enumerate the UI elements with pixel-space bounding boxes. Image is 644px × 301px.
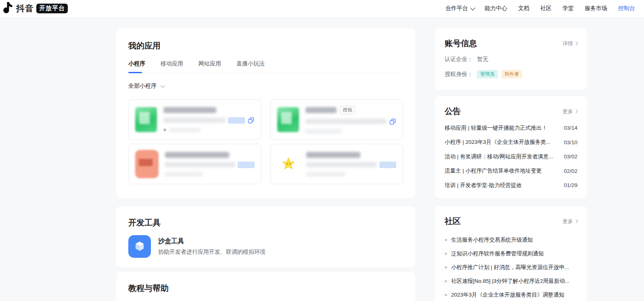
app-redacted-info <box>163 107 255 133</box>
more-link-label: 更多 <box>562 218 573 225</box>
app-redacted-info <box>165 152 255 177</box>
detail-link-label: 详情 <box>562 40 573 47</box>
community-more-link[interactable]: 更多 <box>562 218 577 225</box>
identity-label: 授权身份： <box>445 71 473 78</box>
announcement-title: 培训 | 开发者学堂-助力经营提效 <box>445 182 559 189</box>
announcement-item[interactable]: 流量主 | 小程序广告结算单收件地址变更 02/02 <box>445 164 577 179</box>
copy-icon[interactable] <box>247 117 255 124</box>
app-name-redacted <box>163 107 216 113</box>
tab-live-minigame[interactable]: 直播小玩法 <box>236 60 265 73</box>
nav-item-partner-platform[interactable]: 合作平台 <box>445 5 474 12</box>
tutorials-card: 教程与帮助 <box>116 272 415 301</box>
sandbox-cube-icon <box>128 235 151 258</box>
announcements-card: 公告 更多 移动应用 | 轻量级一键开播能力正式推出！ 03/14 小程序 | … <box>435 96 587 198</box>
app-redacted-info: 授权 <box>305 106 397 134</box>
announcements-title: 公告 <box>445 106 461 117</box>
app-type-tabs: 小程序 移动应用 网站应用 直播小玩法 <box>128 60 403 73</box>
app-filter-dropdown[interactable]: 全部小程序 <box>128 82 403 90</box>
authorized-tag: 授权 <box>340 106 355 114</box>
community-item[interactable]: 社区速报[No.85] |3分钟了解小程序近2周最新动... <box>445 274 577 288</box>
brand-name: 抖音 <box>16 3 34 14</box>
chevron-down-icon <box>161 83 165 88</box>
announcements-more-link[interactable]: 更多 <box>562 108 577 115</box>
announcement-date: 02/02 <box>564 168 577 174</box>
app-id-redacted <box>305 119 387 124</box>
certified-company-row: 认证企业： 暂无 <box>445 56 577 63</box>
identity-row: 授权身份： 管理员 协作者 <box>445 70 577 78</box>
community-list: 生活服务小程序交易系统升级通知 泛知识小程序软件服务费管理规则通知 小程序推广计… <box>445 233 577 301</box>
bullet-icon <box>445 239 447 241</box>
app-list: 授权 <box>128 99 403 184</box>
app-status-redacted <box>165 172 203 177</box>
brand-logo[interactable]: 抖音 开放平台 <box>3 0 68 17</box>
app-redacted-info <box>306 152 397 177</box>
app-id-row <box>163 117 255 124</box>
tabs-divider <box>128 73 403 74</box>
brand-badge: 开放平台 <box>36 4 68 13</box>
top-navbar: 抖音 开放平台 合作平台 能力中心 文档 社区 学堂 服务市场 控制台 <box>0 0 644 17</box>
chevron-right-icon <box>574 219 578 223</box>
community-title: 社区 <box>445 216 461 227</box>
chevron-down-icon <box>470 5 475 11</box>
app-name-redacted <box>305 107 337 113</box>
community-item[interactable]: 生活服务小程序交易系统升级通知 <box>445 233 577 247</box>
bullet-icon <box>445 266 447 269</box>
account-info-card: 账号信息 详情 认证企业： 暂无 授权身份： 管理员 协作者 <box>435 28 587 90</box>
nav-item-community[interactable]: 社区 <box>540 5 552 12</box>
nav-item-docs[interactable]: 文档 <box>518 5 529 12</box>
account-info-title: 账号信息 <box>445 38 477 49</box>
announcement-date: 03/02 <box>564 154 577 160</box>
announcement-item[interactable]: 小程序 | 2023年3月《企业主体开放服务类... 03/10 <box>445 135 577 150</box>
status-dot <box>163 128 166 131</box>
app-id-row <box>306 162 397 168</box>
tab-mini-program[interactable]: 小程序 <box>128 60 145 73</box>
announcement-title: 流量主 | 小程序广告结算单收件地址变更 <box>445 167 559 175</box>
dev-tools-title: 开发工具 <box>128 217 403 228</box>
sandbox-tool-name: 沙盒工具 <box>158 237 266 246</box>
star-icon <box>281 157 296 171</box>
app-name-redacted <box>165 152 229 158</box>
community-item-title: 泛知识小程序软件服务费管理规则通知 <box>451 250 544 257</box>
sandbox-tool-item[interactable]: 沙盒工具 协助开发者进行应用开发、联调的模拟环境 <box>128 235 403 258</box>
community-item-title: 社区速报[No.85] |3分钟了解小程序近2周最新动... <box>451 278 569 285</box>
community-item[interactable]: 泛知识小程序软件服务费管理规则通知 <box>445 247 577 261</box>
app-card-3[interactable] <box>128 144 261 184</box>
community-card: 社区 更多 生活服务小程序交易系统升级通知 泛知识小程序软件服务费管理规则通知 … <box>435 206 587 301</box>
app-card-2[interactable]: 授权 <box>270 99 404 140</box>
app-card-4[interactable] <box>270 144 404 184</box>
nav-item-capability-center[interactable]: 能力中心 <box>485 5 507 12</box>
announcement-title: 小程序 | 2023年3月《企业主体开放服务类... <box>445 139 559 146</box>
app-status-redacted <box>306 172 346 177</box>
certified-company-label: 认证企业： <box>445 56 473 63</box>
nav-item-service-market[interactable]: 服务市场 <box>585 5 607 12</box>
announcement-date: 03/14 <box>564 125 577 131</box>
nav-item-console[interactable]: 控制台 <box>618 5 635 12</box>
my-apps-card: 我的应用 小程序 移动应用 网站应用 直播小玩法 全部小程序 <box>116 28 415 198</box>
account-detail-link[interactable]: 详情 <box>562 40 577 47</box>
highlight-block <box>379 162 396 168</box>
cube-icon <box>133 240 146 253</box>
announcement-title: 活动 | 有奖调研：移动/网站应用开发者满意... <box>445 153 559 160</box>
app-card-1[interactable] <box>128 99 261 140</box>
tab-mobile-app[interactable]: 移动应用 <box>161 60 183 73</box>
tab-website-app[interactable]: 网站应用 <box>199 60 221 73</box>
my-apps-title: 我的应用 <box>128 40 403 51</box>
chevron-right-icon <box>574 42 578 46</box>
community-item[interactable]: 2023年3月《企业主体开放服务类目》调整通知 <box>445 288 577 301</box>
app-id-redacted <box>165 162 235 167</box>
announcement-item[interactable]: 培训 | 开发者学堂-助力经营提效 01/29 <box>445 178 577 193</box>
highlight-block <box>228 117 245 124</box>
app-id-row <box>165 162 255 168</box>
community-item-title: 生活服务小程序交易系统升级通知 <box>451 236 533 244</box>
app-id-redacted <box>163 118 226 123</box>
nav-item-academy[interactable]: 学堂 <box>562 5 574 12</box>
announcement-date: 03/10 <box>564 139 577 145</box>
bullet-icon <box>445 294 447 296</box>
admin-badge: 管理员 <box>477 70 498 78</box>
community-item-title: 2023年3月《企业主体开放服务类目》调整通知 <box>451 291 565 299</box>
copy-icon[interactable] <box>389 118 396 125</box>
announcement-item[interactable]: 活动 | 有奖调研：移动/网站应用开发者满意... 03/02 <box>445 149 577 164</box>
community-item[interactable]: 小程序推广计划 | 好消息，高曝光资源位开放申... <box>445 261 577 274</box>
app-status-row <box>163 128 255 133</box>
announcement-item[interactable]: 移动应用 | 轻量级一键开播能力正式推出！ 03/14 <box>445 121 577 135</box>
